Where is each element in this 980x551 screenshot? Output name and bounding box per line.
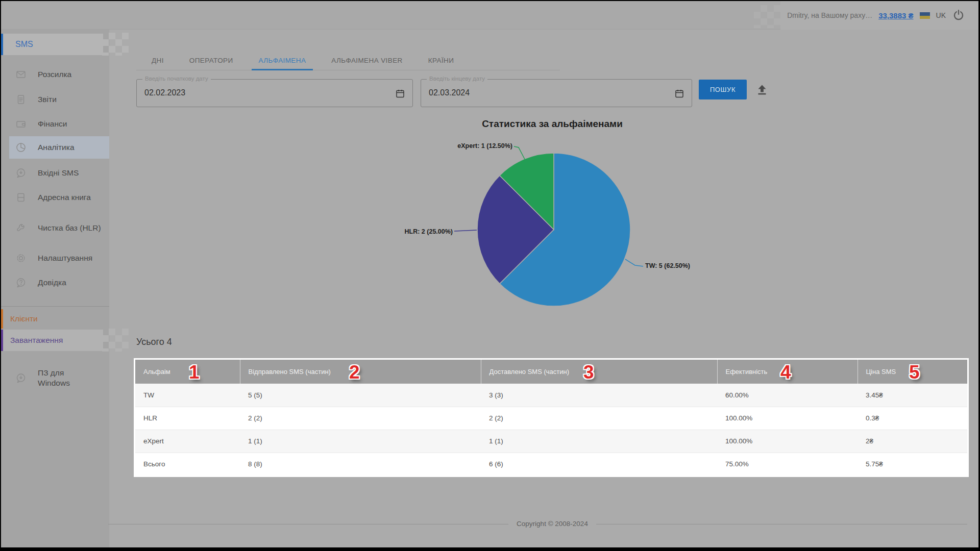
sidebar-item-label: Довідка xyxy=(38,278,101,288)
envelope-icon xyxy=(15,69,27,80)
logout-power-icon[interactable] xyxy=(952,9,965,22)
sidebar-item-chystka-baz[interactable]: Чистка баз (HLR) xyxy=(1,214,109,242)
leader-line-hlr xyxy=(454,230,477,231)
table-row: HLR 2 (2) 2 (2) 100.00% 0.3₴ xyxy=(135,407,967,430)
sidebar-divider xyxy=(1,306,109,307)
balance-link[interactable]: 33,3883 ₴ xyxy=(878,11,913,20)
tab-label: ДНІ xyxy=(152,57,164,64)
copyright-text: Copyright © 2008-2024 xyxy=(508,520,596,528)
callout-1: 1 xyxy=(189,360,200,384)
sidebar-item-rozsylka[interactable]: Розсилка xyxy=(1,63,109,86)
tab-label: АЛЬФАІМЕНА VIBER xyxy=(331,57,402,64)
table-header-row: Альфаім Відправлено SMS (частин) Доставл… xyxy=(135,360,967,384)
sidebar-section-sms[interactable]: SMS xyxy=(1,34,103,55)
user-info-block: Dmitry, на Вашому раху… 33,3883 ₴ UK xyxy=(780,1,978,30)
sidebar-item-adresna-knyha[interactable]: Адресна книга xyxy=(1,186,109,209)
gear-icon xyxy=(15,253,27,264)
tab-dni[interactable]: ДНІ xyxy=(144,50,171,70)
sidebar-item-vhidni-sms[interactable]: Вхідні SMS xyxy=(1,162,109,184)
end-date-field[interactable]: Введіть кінцеву дату 02.03.2024 xyxy=(421,79,692,107)
export-upload-icon[interactable] xyxy=(755,83,769,96)
wrench-icon xyxy=(15,222,27,234)
ukraine-flag-icon xyxy=(920,12,930,19)
calendar-icon[interactable] xyxy=(674,88,684,98)
sidebar-item-label: Чистка баз (HLR) xyxy=(38,223,101,233)
cell-alfaname: HLR xyxy=(135,407,240,430)
end-date-label: Введіть кінцеву дату xyxy=(427,76,487,82)
column-header[interactable]: Доставлено SMS (частин) xyxy=(481,360,717,384)
callout-4: 4 xyxy=(780,360,791,384)
sidebar-item-label: Фінанси xyxy=(38,119,101,129)
tab-label: КРАЇНИ xyxy=(428,57,454,64)
download-icon xyxy=(15,372,27,384)
start-date-label: Введіть початкову дату xyxy=(142,76,211,82)
tab-krainy[interactable]: КРАЇНИ xyxy=(421,50,461,70)
sidebar-item-analityka[interactable]: Аналітика xyxy=(9,136,109,159)
cell-efficiency: 60.00% xyxy=(717,384,857,407)
tab-alfaimena-viber[interactable]: АЛЬФАІМЕНА VIBER xyxy=(324,50,409,70)
cell-sent: 2 (2) xyxy=(240,407,481,430)
pie-chart-icon xyxy=(15,142,27,153)
chart-title: Статистика за альфаіменами xyxy=(136,118,968,130)
pie-label-tw: TW: 5 (62.50%) xyxy=(645,262,690,269)
pixel-dissolve-decoration xyxy=(102,33,129,56)
cell-sent: 5 (5) xyxy=(240,384,481,407)
tab-alfaimena[interactable]: АЛЬФАІМЕНА xyxy=(252,50,313,70)
sidebar-item-label: Налаштування xyxy=(38,253,101,263)
report-icon xyxy=(15,94,27,105)
tab-operatory[interactable]: ОПЕРАТОРИ xyxy=(182,50,240,70)
user-greeting: Dmitry, на Вашому раху… xyxy=(787,11,872,19)
pie-chart: eXpert: 1 (12.50%) HLR: 2 (25.00%) TW: 5… xyxy=(404,139,700,312)
start-date-value[interactable]: 02.02.2023 xyxy=(144,88,185,97)
report-tabs: ДНІ ОПЕРАТОРИ АЛЬФАІМЕНА АЛЬФАІМЕНА VIBE… xyxy=(136,50,560,70)
end-date-value[interactable]: 02.03.2024 xyxy=(429,88,470,97)
sidebar-item-label: Розсилка xyxy=(38,69,101,80)
cell-price: 0.3₴ xyxy=(857,407,967,430)
cell-delivered: 2 (2) xyxy=(481,407,717,430)
cell-alfaname: eXpert xyxy=(135,430,240,453)
callout-2: 2 xyxy=(349,360,360,384)
cell-efficiency: 100.00% xyxy=(717,430,857,453)
cell-delivered: 3 (3) xyxy=(481,384,717,407)
search-button[interactable]: ПОШУК xyxy=(699,80,747,99)
pixel-dissolve-decoration xyxy=(754,5,780,28)
calendar-icon[interactable] xyxy=(395,88,405,98)
sidebar-item-label: Вхідні SMS xyxy=(38,168,101,178)
sidebar-item-finansy[interactable]: Фінанси xyxy=(1,113,109,135)
cell-delivered: 6 (6) xyxy=(481,453,717,475)
sidebar: SMS Розсилка Звіти Фінанси Аналітика Вхі… xyxy=(1,30,109,547)
column-header[interactable]: Відправлено SMS (частин) xyxy=(240,360,481,384)
cell-efficiency: 75.00% xyxy=(717,453,857,475)
downloads-label: Завантаження xyxy=(10,336,63,345)
language-label[interactable]: UK xyxy=(936,11,946,19)
pie-label-expert: eXpert: 1 (12.50%) xyxy=(457,142,512,149)
column-header[interactable]: Альфаім xyxy=(135,360,240,384)
totals-text: Усього 4 xyxy=(136,337,172,347)
sidebar-item-dovidka[interactable]: Довідка xyxy=(1,271,109,294)
cell-alfaname: TW xyxy=(135,384,240,407)
start-date-field[interactable]: Введіть початкову дату 02.02.2023 xyxy=(136,79,413,107)
help-icon xyxy=(15,277,27,288)
sidebar-item-label: Звіти xyxy=(38,94,101,105)
cell-sent: 8 (8) xyxy=(240,453,481,475)
tab-label: АЛЬФАІМЕНА xyxy=(259,57,306,64)
cell-sent: 1 (1) xyxy=(240,430,481,453)
sidebar-item-zvity[interactable]: Звіти xyxy=(1,88,109,111)
alfaname-stats-table: 1 2 3 4 5 Альфаім Відправлено SMS (части… xyxy=(135,360,967,475)
cell-alfaname: Всього xyxy=(135,453,240,475)
sidebar-section-downloads[interactable]: Завантаження xyxy=(1,330,103,351)
inbox-icon xyxy=(15,167,27,179)
callout-5: 5 xyxy=(909,360,920,384)
sidebar-section-clients[interactable]: Клієнти xyxy=(1,309,103,329)
top-bar: Dmitry, на Вашому раху… 33,3883 ₴ UK xyxy=(1,1,978,30)
cell-delivered: 1 (1) xyxy=(481,430,717,453)
address-book-icon xyxy=(15,192,27,203)
cell-price: 3.45₴ xyxy=(857,384,967,407)
callout-3: 3 xyxy=(583,360,594,384)
tab-label: ОПЕРАТОРИ xyxy=(189,57,233,64)
sidebar-item-pz-windows[interactable]: ПЗ для Windows xyxy=(1,364,109,392)
table-row-total: Всього 8 (8) 6 (6) 75.00% 5.75₴ xyxy=(135,453,967,475)
sms-section-label: SMS xyxy=(15,40,33,49)
sidebar-item-nalashtuvannia[interactable]: Налаштування xyxy=(1,247,109,269)
sidebar-item-label: ПЗ для Windows xyxy=(38,368,84,388)
